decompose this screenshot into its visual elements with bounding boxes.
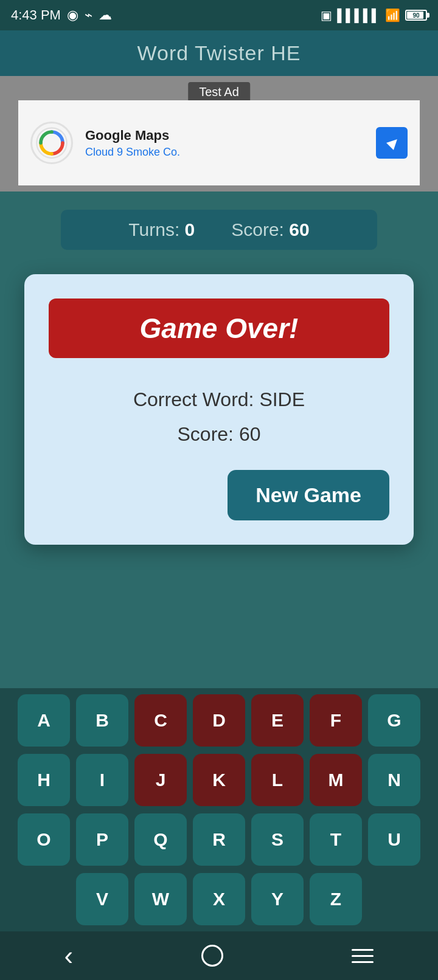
status-bar-left: 4:43 PM ◉ ⌁ ☁: [11, 7, 112, 23]
new-game-button[interactable]: New Game: [228, 470, 389, 520]
battery-icon: 90: [405, 10, 427, 21]
key-v[interactable]: V: [76, 873, 128, 925]
key-s[interactable]: S: [251, 813, 304, 866]
key-l[interactable]: L: [251, 754, 304, 806]
key-f[interactable]: F: [310, 694, 362, 747]
key-h[interactable]: H: [18, 754, 70, 806]
key-k[interactable]: K: [193, 754, 245, 806]
key-i[interactable]: I: [76, 754, 128, 806]
key-c[interactable]: C: [134, 694, 187, 747]
key-e[interactable]: E: [251, 694, 304, 747]
score-bar: Turns: 0 Score: 60: [61, 210, 377, 250]
key-m[interactable]: M: [310, 754, 362, 806]
modal-score-display: Score: 60: [49, 423, 389, 446]
title-bar: Word Twister HE: [0, 30, 438, 76]
game-over-title: Game Over!: [49, 312, 389, 345]
key-w[interactable]: W: [134, 873, 187, 925]
ad-arrow-icon[interactable]: [376, 127, 408, 159]
key-r[interactable]: R: [193, 813, 245, 866]
ad-advertiser-name: Google Maps: [85, 128, 364, 143]
ad-area: Test Ad Google Maps Cloud 9 Smoke Co.: [0, 76, 438, 192]
key-x[interactable]: X: [193, 873, 245, 925]
modal-body: Correct Word: SIDE Score: 60: [49, 388, 389, 446]
wifi-icon: 📶: [385, 8, 400, 22]
key-a[interactable]: A: [18, 694, 70, 747]
usb-icon: ⌁: [85, 7, 92, 23]
vibrate-icon: ▣: [321, 8, 332, 22]
game-over-banner: Game Over!: [49, 298, 389, 358]
time-display: 4:43 PM: [11, 7, 61, 23]
key-q[interactable]: Q: [134, 813, 187, 866]
keyboard-area: ABCDEFGHIJKLMNOPQRSTUVWXYZ: [0, 688, 438, 931]
menu-button[interactable]: [352, 949, 374, 963]
test-ad-badge: Test Ad: [188, 82, 250, 102]
cloud-icon: ☁: [99, 7, 112, 23]
key-n[interactable]: N: [368, 754, 420, 806]
ad-logo: [30, 122, 73, 164]
turns-value: 0: [185, 219, 195, 240]
signal-icon: ▌▌▌▌▌: [337, 9, 380, 22]
keyboard-row: OPQRSTU: [6, 813, 432, 866]
score-label: Score:: [231, 219, 284, 240]
key-u[interactable]: U: [368, 813, 420, 866]
keyboard-row: ABCDEFG: [6, 694, 432, 747]
status-bar-right: ▣ ▌▌▌▌▌ 📶 90: [321, 8, 427, 22]
turns-label: Turns:: [128, 219, 179, 240]
game-over-modal: Game Over! Correct Word: SIDE Score: 60 …: [24, 274, 414, 545]
key-o[interactable]: O: [18, 813, 70, 866]
keyboard-row: VWXYZ: [6, 873, 432, 925]
keyboard-row: HIJKLMN: [6, 754, 432, 806]
ad-text: Google Maps Cloud 9 Smoke Co.: [85, 128, 364, 159]
key-y[interactable]: Y: [251, 873, 304, 925]
key-b[interactable]: B: [76, 694, 128, 747]
nav-bar: [0, 931, 438, 980]
correct-word-display: Correct Word: SIDE: [49, 388, 389, 411]
home-button[interactable]: [201, 945, 223, 967]
key-g[interactable]: G: [368, 694, 420, 747]
whatsapp-icon: ◉: [67, 7, 78, 23]
score-value: 60: [289, 219, 309, 240]
key-d[interactable]: D: [193, 694, 245, 747]
back-button[interactable]: [64, 940, 74, 971]
app-title: Word Twister HE: [0, 41, 438, 65]
key-t[interactable]: T: [310, 813, 362, 866]
key-p[interactable]: P: [76, 813, 128, 866]
key-j[interactable]: J: [134, 754, 187, 806]
ad-content[interactable]: Google Maps Cloud 9 Smoke Co.: [18, 100, 420, 185]
ad-advertiser-subtitle: Cloud 9 Smoke Co.: [85, 146, 364, 159]
key-z[interactable]: Z: [310, 873, 362, 925]
status-bar: 4:43 PM ◉ ⌁ ☁ ▣ ▌▌▌▌▌ 📶 90: [0, 0, 438, 30]
